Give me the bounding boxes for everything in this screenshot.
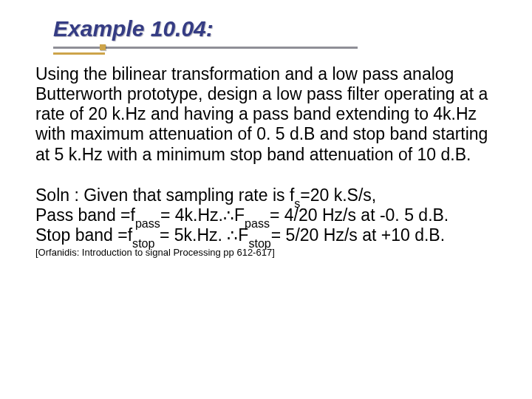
text: Soln : Given that sampling rate is f xyxy=(35,185,294,205)
solution-block: Soln : Given that sampling rate is fs=20… xyxy=(35,185,505,245)
subscript: pass xyxy=(135,216,160,230)
therefore-symbol: ∴ xyxy=(223,206,234,225)
text: F xyxy=(234,205,245,225)
soln-line-1: Soln : Given that sampling rate is fs=20… xyxy=(35,185,505,205)
rule-long xyxy=(53,47,358,49)
subscript: stop xyxy=(132,236,154,250)
accent-square-icon xyxy=(100,44,106,50)
subscript: stop xyxy=(248,236,270,250)
slide-title: Example 10.04: xyxy=(53,16,532,41)
text: = 5/20 Hz/s at +10 d.B. xyxy=(271,225,445,245)
title-area: Example 10.04: xyxy=(0,0,532,55)
text: =20 k.S/s, xyxy=(300,185,376,205)
soln-line-2: Pass band =fpass= 4k.Hz.∴Fpass= 4/20 Hz/… xyxy=(35,205,505,225)
text: = 5k.Hz. xyxy=(155,225,228,245)
title-underline xyxy=(53,45,532,55)
slide-body: Using the bilinear transformation and a … xyxy=(0,55,532,258)
subscript: pass xyxy=(245,216,270,230)
text: Stop band =f xyxy=(35,225,132,245)
text: = 4k.Hz. xyxy=(160,205,223,225)
text: Pass band =f xyxy=(35,205,135,225)
subscript: s xyxy=(294,197,300,210)
rule-short xyxy=(53,52,105,55)
therefore-symbol: ∴ xyxy=(227,226,238,245)
soln-line-3: Stop band =fstop = 5k.Hz. ∴Fstop= 5/20 H… xyxy=(35,225,505,245)
problem-statement: Using the bilinear transformation and a … xyxy=(35,64,505,165)
